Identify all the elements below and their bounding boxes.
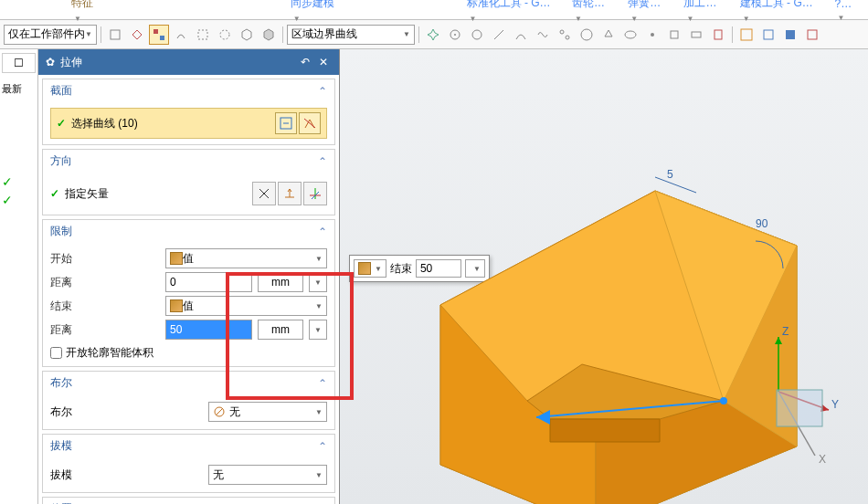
- section-head-offset[interactable]: 偏置⌃: [43, 498, 334, 504]
- section-head-section[interactable]: 截面⌃: [43, 79, 334, 102]
- svg-rect-0: [111, 30, 120, 39]
- boolean-label: 布尔: [50, 404, 142, 420]
- cube-icon: [170, 299, 183, 312]
- tool-nav-14[interactable]: [708, 25, 728, 45]
- tool-nav-10[interactable]: [620, 25, 640, 45]
- left-rail: ☐ 最新 ✓ ✓: [0, 49, 38, 504]
- viewport[interactable]: 结束 5 90: [340, 49, 868, 504]
- svg-point-6: [454, 34, 456, 36]
- tool-view-4[interactable]: [802, 25, 822, 45]
- tool-nav-7[interactable]: [555, 25, 575, 45]
- boolean-dropdown[interactable]: 无: [208, 402, 327, 422]
- svg-point-9: [560, 30, 564, 34]
- svg-rect-18: [764, 30, 773, 39]
- vec-btn-3[interactable]: [303, 182, 327, 205]
- start-dist-input[interactable]: [165, 272, 252, 292]
- unit-label-2: mm: [258, 320, 303, 340]
- svg-point-12: [625, 31, 636, 38]
- tool-nav-11[interactable]: [642, 25, 662, 45]
- rail-check-2: ✓: [2, 193, 36, 207]
- open-profile-checkbox[interactable]: [50, 347, 62, 359]
- curve-dropdown[interactable]: 区域边界曲线: [287, 25, 415, 45]
- tool-btn-7[interactable]: [237, 25, 257, 45]
- tool-view-2[interactable]: [758, 25, 778, 45]
- svg-rect-1: [153, 29, 158, 34]
- select-curve-label: 选择曲线 (10): [71, 116, 138, 131]
- section-head-limit[interactable]: 限制⌃: [43, 220, 334, 243]
- vec-btn-1[interactable]: [252, 182, 276, 205]
- toolbar: 仅在工作部件内 区域边界曲线: [0, 20, 868, 49]
- tool-btn-3[interactable]: [149, 25, 169, 45]
- select-curve-row[interactable]: ✓ 选择曲线 (10): [50, 108, 327, 139]
- tab-machining[interactable]: 加工…: [676, 0, 732, 26]
- tool-nav-9[interactable]: [598, 25, 619, 45]
- tool-view-3[interactable]: [780, 25, 800, 45]
- tool-nav-12[interactable]: [664, 25, 684, 45]
- mode-dropdown[interactable]: 仅在工作部件内: [4, 25, 97, 45]
- tool-nav-1[interactable]: [423, 25, 443, 45]
- tab-spring[interactable]: 弹簧…: [620, 0, 676, 26]
- close-icon[interactable]: ✕: [315, 54, 332, 70]
- tab-modeling[interactable]: 建模工具 - G…: [733, 0, 828, 26]
- end-type-dropdown[interactable]: 值: [165, 296, 327, 316]
- svg-rect-20: [808, 30, 817, 39]
- unit-label: mm: [258, 272, 303, 292]
- tool-btn-2[interactable]: [127, 25, 147, 45]
- svg-rect-3: [198, 30, 207, 39]
- tab-feature[interactable]: 特征: [64, 0, 110, 26]
- start-type-dropdown[interactable]: 值: [165, 248, 327, 268]
- section-draft: 拔模⌃ 拔模 无: [42, 434, 335, 493]
- rail-checkbox[interactable]: ☐: [2, 53, 36, 73]
- tool-nav-13[interactable]: [686, 25, 706, 45]
- axis-y: Y: [831, 398, 839, 411]
- tab-gear[interactable]: 齿轮…: [565, 0, 620, 26]
- tool-nav-8[interactable]: [577, 25, 597, 45]
- panel-title: 拉伸: [60, 55, 82, 70]
- unit-caret[interactable]: ▼: [309, 272, 327, 292]
- cube-icon: [170, 252, 183, 265]
- section-section: 截面⌃ ✓ 选择曲线 (10): [42, 79, 335, 145]
- svg-point-32: [720, 397, 727, 404]
- section-head-direction[interactable]: 方向⌃: [43, 150, 334, 173]
- svg-rect-17: [741, 29, 752, 40]
- tool-nav-6[interactable]: [533, 25, 553, 45]
- tool-view-1[interactable]: [736, 25, 757, 45]
- vector-label: 指定矢量: [65, 186, 109, 202]
- float-type-dropdown[interactable]: [354, 259, 386, 278]
- svg-line-8: [494, 30, 503, 39]
- tool-btn-1[interactable]: [105, 25, 125, 45]
- section-offset: 偏置⌃: [42, 497, 335, 504]
- svg-rect-14: [671, 31, 678, 38]
- section-head-draft[interactable]: 拔模⌃: [43, 435, 334, 457]
- tab-std[interactable]: 标准化工具 - G…: [460, 0, 565, 26]
- sketch-btn-1[interactable]: [275, 112, 297, 134]
- tool-btn-4[interactable]: [171, 25, 191, 45]
- tool-nav-4[interactable]: [489, 25, 509, 45]
- tab-sync[interactable]: 同步建模: [283, 0, 350, 26]
- section-head-boolean[interactable]: 布尔⌃: [43, 372, 334, 394]
- start-dist-label: 距离: [50, 275, 160, 290]
- svg-point-10: [566, 36, 569, 39]
- undo-icon[interactable]: ↶: [297, 54, 313, 70]
- end-dist-input[interactable]: [165, 320, 252, 340]
- section-direction: 方向⌃ ✓ 指定矢量: [42, 149, 335, 215]
- tool-btn-8[interactable]: [259, 25, 279, 45]
- vec-btn-2[interactable]: [278, 182, 302, 205]
- tool-btn-6[interactable]: [215, 25, 235, 45]
- start-label: 开始: [50, 251, 160, 267]
- tab-help[interactable]: ?…: [827, 0, 868, 25]
- check-icon: ✓: [50, 187, 59, 200]
- tool-btn-5[interactable]: [193, 25, 213, 45]
- tool-nav-3[interactable]: [467, 25, 487, 45]
- svg-point-11: [581, 29, 592, 40]
- svg-rect-2: [160, 36, 164, 40]
- unit-caret-2[interactable]: ▼: [309, 320, 327, 340]
- draft-dropdown[interactable]: 无: [208, 465, 327, 485]
- sketch-btn-2[interactable]: [299, 112, 321, 134]
- section-boolean: 布尔⌃ 布尔 无: [42, 371, 335, 430]
- svg-rect-19: [786, 30, 795, 39]
- dim-angle: 90: [756, 217, 768, 230]
- tool-nav-5[interactable]: [511, 25, 531, 45]
- tool-nav-2[interactable]: [445, 25, 465, 45]
- rail-check-1: ✓: [2, 174, 36, 189]
